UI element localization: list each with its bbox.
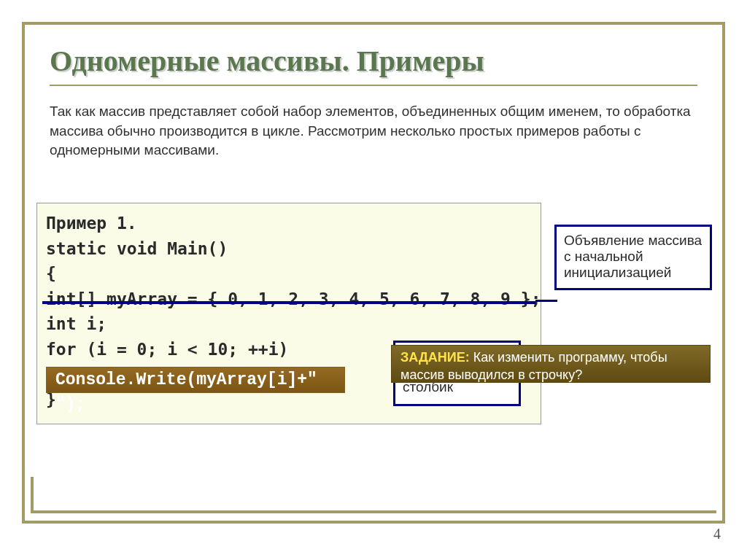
code-line-4: int[] myArray = { 0, 1, 2, 3, 4, 5, 6, 7… <box>46 287 532 312</box>
page-number: 4 <box>713 526 721 542</box>
page-title: Одномерные массивы. Примеры <box>50 44 484 78</box>
inner-frame-bottom <box>31 510 716 513</box>
task-callout: ЗАДАНИЕ: Как изменить программу, чтобы м… <box>391 345 711 383</box>
inner-frame-left <box>31 477 34 513</box>
declaration-callout: Объявление массива с начальной инициализ… <box>554 225 712 290</box>
code-line-1: Пример 1. <box>46 211 532 236</box>
code-line-5: int i; <box>46 311 532 337</box>
connector-to-declaration <box>535 300 557 302</box>
task-label: ЗАДАНИЕ: <box>400 350 470 365</box>
intro-paragraph: Так как массив представляет собой набор … <box>50 102 697 160</box>
code-line-2: static void Main() <box>46 236 532 262</box>
title-underline <box>50 85 697 86</box>
highlighted-code-answer: Console.Write(myArray[i]+" "); <box>46 367 345 393</box>
code-line-3: { <box>46 261 532 287</box>
array-underline <box>42 301 535 304</box>
